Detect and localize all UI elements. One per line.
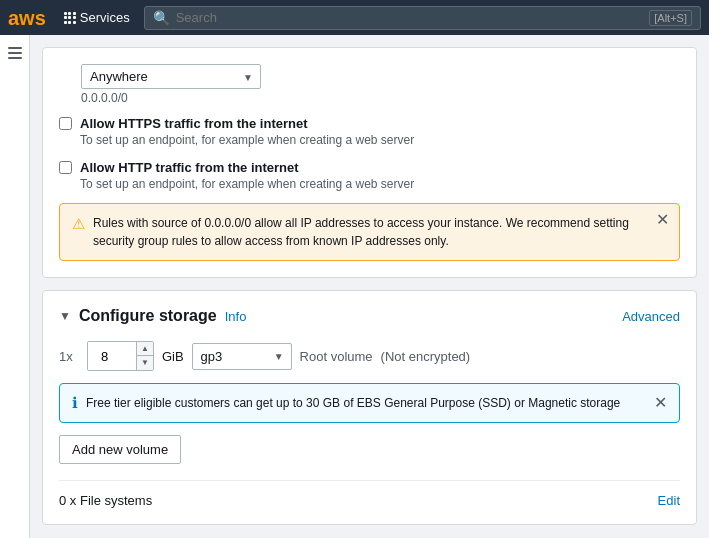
cidr-row: 0.0.0.0/0 [59, 91, 680, 105]
collapse-arrow-icon[interactable]: ▼ [59, 309, 71, 323]
grid-icon [64, 12, 76, 24]
security-warning-box: ⚠ Rules with source of 0.0.0.0/0 allow a… [59, 203, 680, 261]
https-checkbox[interactable] [59, 117, 72, 130]
sidebar-toggle[interactable] [0, 35, 30, 538]
warning-icon: ⚠ [72, 215, 85, 233]
free-tier-text: Free tier eligible customers can get up … [86, 396, 646, 410]
warning-close-button[interactable]: ✕ [656, 212, 669, 228]
configure-storage-card: ▼ Configure storage Info Advanced 1x ▲ ▼… [42, 290, 697, 525]
http-checkbox-label[interactable]: Allow HTTP traffic from the internet [80, 160, 299, 175]
volume-type-select[interactable]: gp3 [192, 343, 292, 370]
search-shortcut: [Alt+S] [649, 10, 692, 26]
services-label: Services [80, 10, 130, 25]
storage-info-link[interactable]: Info [225, 309, 247, 324]
storage-advanced-link[interactable]: Advanced [622, 309, 680, 324]
volume-size-input[interactable] [88, 342, 136, 370]
search-bar[interactable]: 🔍 [Alt+S] [144, 6, 701, 30]
banner-close-button[interactable]: ✕ [654, 395, 667, 411]
aws-logo: aws [8, 8, 46, 28]
info-icon: ℹ [72, 394, 78, 412]
cidr-text: 0.0.0.0/0 [81, 91, 128, 105]
volume-size-input-wrapper: ▲ ▼ [87, 341, 154, 371]
warning-text: Rules with source of 0.0.0.0/0 allow all… [93, 214, 667, 250]
storage-header: ▼ Configure storage Info Advanced [59, 307, 680, 325]
volume-description: Root volume [300, 349, 373, 364]
volume-multiplier: 1x [59, 349, 79, 364]
http-checkbox-row: Allow HTTP traffic from the internet To … [59, 159, 680, 191]
file-systems-count: 0 x File systems [59, 493, 152, 508]
storage-title: Configure storage [79, 307, 217, 325]
search-icon: 🔍 [153, 10, 170, 26]
volume-size-down[interactable]: ▼ [137, 356, 153, 370]
file-systems-row: 0 x File systems Edit [59, 480, 680, 508]
volume-row: 1x ▲ ▼ GiB gp3 Root volume (Not encrypte… [59, 341, 680, 371]
volume-unit: GiB [162, 349, 184, 364]
services-button[interactable]: Services [58, 6, 136, 29]
volume-type-wrapper: gp3 [192, 343, 292, 370]
add-new-volume-button[interactable]: Add new volume [59, 435, 181, 464]
search-input[interactable] [176, 10, 644, 25]
free-tier-banner: ℹ Free tier eligible customers can get u… [59, 383, 680, 423]
main-content: Anywhere 0.0.0.0/0 Allow HTTPS traffic f… [30, 35, 709, 538]
https-checkbox-row: Allow HTTPS traffic from the internet To… [59, 115, 680, 147]
https-checkbox-desc: To set up an endpoint, for example when … [80, 133, 414, 147]
volume-size-spinners: ▲ ▼ [136, 342, 153, 370]
volume-size-up[interactable]: ▲ [137, 342, 153, 356]
anywhere-dropdown-wrapper: Anywhere [81, 64, 261, 89]
anywhere-dropdown-row: Anywhere [59, 64, 680, 89]
http-checkbox[interactable] [59, 161, 72, 174]
top-navigation: aws Services 🔍 [Alt+S] [0, 0, 709, 35]
anywhere-dropdown[interactable]: Anywhere [81, 64, 261, 89]
https-checkbox-label[interactable]: Allow HTTPS traffic from the internet [80, 116, 308, 131]
hamburger-icon [8, 47, 22, 59]
http-checkbox-desc: To set up an endpoint, for example when … [80, 177, 414, 191]
file-systems-edit-link[interactable]: Edit [658, 493, 680, 508]
volume-encryption: (Not encrypted) [381, 349, 471, 364]
security-group-card: Anywhere 0.0.0.0/0 Allow HTTPS traffic f… [42, 47, 697, 278]
storage-title-row: ▼ Configure storage Info [59, 307, 246, 325]
